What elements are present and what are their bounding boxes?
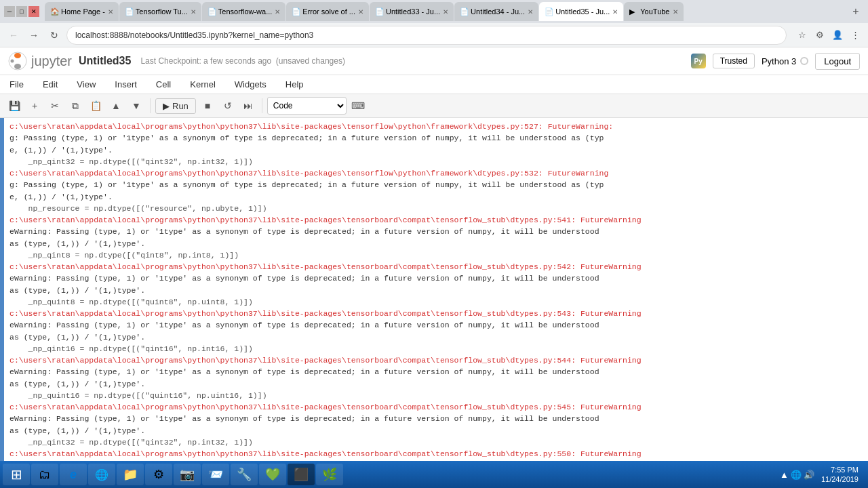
output-line: c:\users\ratan\appdata\local\programs\py… — [9, 308, 860, 319]
browser-tab-tab8[interactable]: ▶ YouTube ✕ — [624, 2, 683, 21]
bookmark-icon[interactable]: ☆ — [795, 28, 810, 43]
output-line: c:\users\ratan\appdata\local\programs\py… — [9, 167, 860, 179]
notebook-name[interactable]: Untitled35 — [79, 55, 131, 67]
menu-item-kernel[interactable]: Kernel — [180, 77, 225, 92]
tab-close-tab8[interactable]: ✕ — [673, 8, 678, 16]
tab-title-tab3: Tensorflow-wa... — [218, 7, 272, 16]
url-icons: ☆ ⚙ 👤 ⋮ — [795, 28, 863, 43]
tab-close-tab6[interactable]: ✕ — [528, 8, 533, 16]
jupyter-logo-icon — [8, 52, 27, 70]
tab-favicon-tab3: 📄 — [208, 7, 216, 16]
add-cell-button[interactable]: + — [26, 97, 43, 115]
jupyter-title: jupyter — [31, 54, 72, 69]
browser-tab-tab7[interactable]: 📄 Untitled35 - Ju... ✕ — [539, 2, 623, 21]
output-line: c:\users\ratan\appdata\local\programs\py… — [9, 354, 860, 366]
forward-button[interactable]: → — [26, 27, 42, 43]
tray-expand[interactable]: ▲ — [780, 470, 789, 480]
kernel-status-icon — [800, 57, 808, 65]
svg-point-3 — [11, 60, 14, 63]
menu-item-insert[interactable]: Insert — [105, 77, 146, 92]
start-button[interactable]: ⊞ — [3, 464, 30, 485]
output-line: as (type, (1,)) / '(1,)type'. — [9, 425, 860, 436]
copy-button[interactable]: ⧉ — [66, 97, 84, 115]
taskbar-settings[interactable]: ⚙ — [145, 464, 172, 485]
browser-tab-tab6[interactable]: 📄 Untitled34 - Ju... ✕ — [454, 2, 538, 21]
paste-button[interactable]: 📋 — [87, 97, 104, 115]
taskbar-camera[interactable]: 📷 — [174, 464, 201, 485]
jupyter-logo: jupyter — [8, 52, 72, 70]
browser-tab-tab5[interactable]: 📄 Untitled33 - Ju... ✕ — [370, 2, 454, 21]
system-tray: ▲ 🌐 🔊 — [780, 470, 814, 480]
browser-tab-tab2[interactable]: 📄 Tensorflow Tu... ✕ — [119, 2, 201, 21]
tray-network[interactable]: 🌐 — [791, 470, 802, 480]
browser-tab-tab4[interactable]: 📄 Error solve of ... ✕ — [286, 2, 369, 21]
output-line: as (type, (1,)) / '(1,)type'. — [9, 238, 860, 249]
taskbar-terminal[interactable]: ⬛ — [288, 464, 315, 485]
output-line: _np_quint16 = np.dtype([("quint16", np.u… — [9, 390, 860, 401]
refresh-button[interactable]: ↻ — [46, 27, 62, 43]
menu-item-edit[interactable]: Edit — [33, 77, 67, 92]
interrupt-button[interactable]: ■ — [199, 97, 216, 115]
cell-type-select[interactable]: Code Markdown Raw NBConvert Heading — [267, 97, 347, 115]
browser-tab-tab1[interactable]: 🏠 Home Page - ✕ — [45, 2, 119, 21]
extension-icon[interactable]: ⚙ — [812, 28, 827, 43]
output-area[interactable]: c:\users\ratan\appdata\local\programs\py… — [4, 118, 868, 473]
url-bar[interactable]: localhost:8888/notebooks/Untitled35.ipyn… — [66, 26, 787, 45]
output-line: _np_qint32 = np.dtype([("qint32", np.int… — [9, 436, 860, 448]
browser-titlebar: ─ □ ✕ 🏠 Home Page - ✕ 📄 Tensorflow Tu...… — [0, 0, 868, 23]
taskbar-leaf[interactable]: 🌿 — [316, 464, 343, 485]
taskbar-clock[interactable]: 7:55 PM 11/24/2019 — [817, 465, 863, 485]
menu-item-help[interactable]: Help — [276, 77, 313, 92]
cut-button[interactable]: ✂ — [46, 97, 64, 115]
output-line: c:\users\ratan\appdata\local\programs\py… — [9, 401, 860, 413]
minimize-button[interactable]: ─ — [4, 6, 15, 17]
taskbar-file-explorer[interactable]: 🗂 — [31, 464, 58, 485]
trusted-button[interactable]: Trusted — [713, 54, 755, 68]
save-button[interactable]: 💾 — [5, 97, 23, 115]
move-down-button[interactable]: ▼ — [127, 97, 145, 115]
taskbar-tool[interactable]: 🔧 — [231, 464, 258, 485]
tab-close-tab2[interactable]: ✕ — [191, 8, 196, 16]
taskbar-green-app[interactable]: 💚 — [259, 464, 286, 485]
taskbar-folder[interactable]: 📁 — [117, 464, 144, 485]
output-line: eWarning: Passing (type, 1) or '1type' a… — [9, 366, 860, 378]
menu-item-cell[interactable]: Cell — [146, 77, 180, 92]
tab-close-tab7[interactable]: ✕ — [612, 8, 618, 16]
taskbar-mail[interactable]: 📨 — [202, 464, 229, 485]
window-controls[interactable]: ─ □ ✕ — [4, 6, 39, 17]
browser-tab-tab3[interactable]: 📄 Tensorflow-wa... ✕ — [202, 2, 285, 21]
taskbar-chrome[interactable]: 🌐 — [88, 464, 115, 485]
menu-item-file[interactable]: File — [0, 77, 33, 92]
output-line: np_resource = np.dtype([("resource", np.… — [9, 203, 860, 214]
tab-close-tab1[interactable]: ✕ — [108, 8, 113, 16]
output-line: _np_qint32 = np.dtype([("qint32", np.int… — [9, 156, 860, 167]
keyboard-icon[interactable]: ⌨ — [349, 97, 367, 115]
toolbar: 💾 + ✂ ⧉ 📋 ▲ ▼ ▶ Run ■ ↺ ⏭ Code Markdown … — [0, 94, 868, 118]
tray-volume[interactable]: 🔊 — [804, 470, 814, 480]
menu-item-widgets[interactable]: Widgets — [225, 77, 276, 92]
tab-close-tab4[interactable]: ✕ — [358, 8, 363, 16]
taskbar-edge[interactable]: e — [60, 464, 87, 485]
tab-close-tab5[interactable]: ✕ — [443, 8, 448, 16]
logout-button[interactable]: Logout — [815, 53, 860, 70]
output-line: e, (1,)) / '(1,)type'. — [9, 191, 860, 203]
new-tab-button[interactable]: + — [848, 3, 864, 20]
restart-run-button[interactable]: ⏭ — [239, 97, 257, 115]
maximize-button[interactable]: □ — [16, 6, 27, 17]
run-button[interactable]: ▶ Run — [155, 98, 196, 114]
tab-title-tab5: Untitled33 - Ju... — [386, 7, 440, 16]
kernel-label: Python 3 — [762, 56, 796, 66]
output-line: eWarning: Passing (type, 1) or '1type' a… — [9, 272, 860, 284]
header-right: Py Trusted Python 3 Logout — [691, 53, 860, 70]
close-button[interactable]: ✕ — [28, 6, 39, 17]
output-line: eWarning: Passing (type, 1) or '1type' a… — [9, 319, 860, 331]
menu-icon[interactable]: ⋮ — [848, 28, 863, 43]
back-button[interactable]: ← — [5, 27, 22, 43]
restart-button[interactable]: ↺ — [219, 97, 237, 115]
profile-icon[interactable]: 👤 — [830, 28, 845, 43]
tab-close-tab3[interactable]: ✕ — [275, 8, 280, 16]
menu-item-view[interactable]: View — [67, 77, 105, 92]
move-up-button[interactable]: ▲ — [107, 97, 125, 115]
run-icon: ▶ — [163, 101, 170, 111]
tab-title-tab6: Untitled34 - Ju... — [471, 7, 525, 16]
